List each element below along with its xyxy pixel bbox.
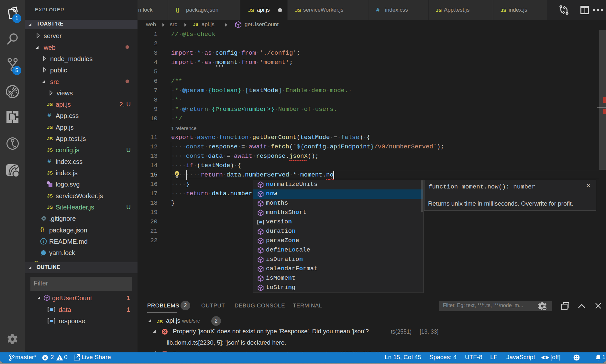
svg-text:i: i <box>43 239 44 244</box>
